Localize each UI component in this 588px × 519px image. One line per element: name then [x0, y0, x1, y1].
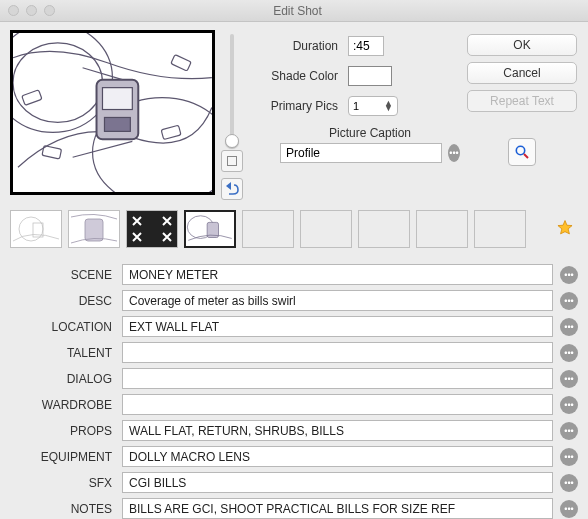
field-label-notes: NOTES	[10, 502, 122, 516]
thumbnail-8[interactable]	[416, 210, 468, 248]
svg-rect-5	[102, 88, 132, 110]
ok-button[interactable]: OK	[467, 34, 577, 56]
thumbnail-5[interactable]	[242, 210, 294, 248]
window-title: Edit Shot	[15, 4, 580, 18]
field-label-dialog: DIALOG	[10, 372, 122, 386]
wardrobe-more-button[interactable]	[560, 396, 578, 414]
field-label-props: PROPS	[10, 424, 122, 438]
cancel-button[interactable]: Cancel	[467, 62, 577, 84]
field-label-wardrobe: WARDROBE	[10, 398, 122, 412]
undo-button[interactable]	[221, 178, 243, 200]
talent-field[interactable]	[122, 342, 553, 363]
field-label-desc: DESC	[10, 294, 122, 308]
field-label-equipment: EQUIPMENT	[10, 450, 122, 464]
thumbnail-4[interactable]	[184, 210, 236, 248]
desc-more-button[interactable]	[560, 292, 578, 310]
svg-point-13	[516, 146, 524, 154]
equipment-more-button[interactable]	[560, 448, 578, 466]
notes-more-button[interactable]	[560, 500, 578, 518]
talent-more-button[interactable]	[560, 344, 578, 362]
props-field[interactable]	[122, 420, 553, 441]
magnify-button[interactable]	[508, 138, 536, 166]
stepper-arrows-icon: ▲▼	[384, 101, 393, 111]
thumbnail-9[interactable]	[474, 210, 526, 248]
thumbnail-1[interactable]	[10, 210, 62, 248]
dialog-field[interactable]	[122, 368, 553, 389]
dialog-more-button[interactable]	[560, 370, 578, 388]
primary-pics-value: 1	[353, 100, 359, 112]
sfx-more-button[interactable]	[560, 474, 578, 492]
primary-pics-label: Primary Pics	[250, 99, 348, 113]
notes-field[interactable]	[122, 498, 553, 519]
thumbnail-3[interactable]	[126, 210, 178, 248]
shade-color-label: Shade Color	[250, 69, 348, 83]
field-label-sfx: SFX	[10, 476, 122, 490]
thumbnail-6[interactable]	[300, 210, 352, 248]
thumbnail-7[interactable]	[358, 210, 410, 248]
duration-field[interactable]	[348, 36, 384, 56]
shade-color-well[interactable]	[348, 66, 392, 86]
titlebar: Edit Shot	[0, 0, 588, 22]
desc-field[interactable]	[122, 290, 553, 311]
scene-more-button[interactable]	[560, 266, 578, 284]
picture-caption-field[interactable]	[280, 143, 442, 163]
field-label-scene: SCENE	[10, 268, 122, 282]
wardrobe-field[interactable]	[122, 394, 553, 415]
thumbnail-2[interactable]	[68, 210, 120, 248]
equipment-field[interactable]	[122, 446, 553, 467]
svg-rect-18	[127, 211, 177, 247]
repeat-text-button[interactable]: Repeat Text	[467, 90, 577, 112]
zoom-slider[interactable]	[230, 34, 234, 144]
caption-more-button[interactable]	[448, 144, 460, 162]
field-label-location: LOCATION	[10, 320, 122, 334]
field-label-talent: TALENT	[10, 346, 122, 360]
favorite-star-icon[interactable]	[556, 219, 578, 240]
location-field[interactable]	[122, 316, 553, 337]
thumbnail-strip	[10, 210, 578, 248]
svg-rect-6	[104, 117, 130, 131]
scene-field[interactable]	[122, 264, 553, 285]
sfx-field[interactable]	[122, 472, 553, 493]
props-more-button[interactable]	[560, 422, 578, 440]
svg-rect-17	[85, 219, 103, 241]
shot-fields: SCENE DESC LOCATION TALENT DIALOG WARDRO…	[10, 264, 578, 519]
crop-button[interactable]	[221, 150, 243, 172]
slider-thumb[interactable]	[225, 134, 239, 148]
duration-label: Duration	[250, 39, 348, 53]
picture-caption-label: Picture Caption	[280, 126, 460, 140]
shot-preview	[10, 30, 215, 195]
primary-pics-stepper[interactable]: 1 ▲▼	[348, 96, 398, 116]
location-more-button[interactable]	[560, 318, 578, 336]
svg-point-15	[19, 217, 43, 241]
svg-line-14	[524, 154, 528, 158]
